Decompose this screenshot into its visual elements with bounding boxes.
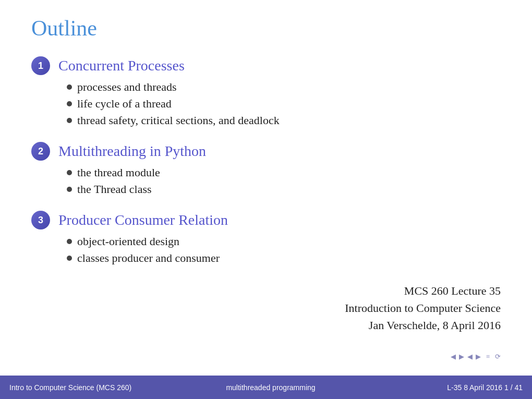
status-right: L-35 8 April 2016 1 / 41	[355, 383, 532, 392]
list-item: processes and threads	[67, 80, 501, 94]
section-2-title: Multithreading in Python	[58, 143, 206, 160]
bullet-dot	[67, 101, 72, 106]
bottom-right-info: MCS 260 Lecture 35 Introduction to Compu…	[345, 282, 501, 334]
section-3-number: 3	[31, 211, 50, 229]
nav-arrow-left2[interactable]: ◀	[467, 353, 473, 361]
section-2-header: 2 Multithreading in Python	[31, 142, 501, 161]
section-1-title: Concurrent Processes	[58, 57, 185, 74]
section-2-bullets: the thread module the Thread class	[31, 166, 501, 196]
slide: Outline 1 Concurrent Processes processes…	[0, 0, 532, 376]
bullet-text: classes producer and consumer	[77, 251, 220, 265]
section-1: 1 Concurrent Processes processes and thr…	[31, 56, 501, 127]
section-3-bullets: object-oriented design classes producer …	[31, 235, 501, 265]
section-3-title: Producer Consumer Relation	[58, 212, 228, 228]
status-center: multithreaded programming	[187, 383, 355, 392]
list-item: the Thread class	[67, 183, 501, 196]
bullet-dot	[67, 170, 72, 175]
section-1-bullets: processes and threads life cycle of a th…	[31, 80, 501, 127]
nav-icons: ◀ ▶ ◀ ▶ ≡ ⟳	[451, 353, 501, 361]
list-item: life cycle of a thread	[67, 97, 501, 111]
bullet-text: the thread module	[77, 166, 160, 179]
nav-separator: ≡	[486, 353, 490, 361]
lecture-info-line2: Introduction to Computer Science	[345, 299, 501, 317]
list-item: classes producer and consumer	[67, 251, 501, 265]
list-item: thread safety, critical sections, and de…	[67, 114, 501, 127]
bullet-dot	[67, 239, 72, 244]
slide-title: Outline	[31, 16, 501, 41]
section-2-number: 2	[31, 142, 50, 161]
bullet-dot	[67, 187, 72, 192]
section-1-header: 1 Concurrent Processes	[31, 56, 501, 75]
list-item: object-oriented design	[67, 235, 501, 248]
section-1-number: 1	[31, 56, 50, 75]
bullet-text: life cycle of a thread	[77, 97, 172, 111]
bullet-text: processes and threads	[77, 80, 177, 94]
section-3: 3 Producer Consumer Relation object-orie…	[31, 211, 501, 265]
bullet-dot	[67, 84, 72, 90]
list-item: the thread module	[67, 166, 501, 179]
bullet-dot	[67, 118, 72, 123]
nav-arrow-right[interactable]: ▶	[459, 353, 464, 361]
nav-arrow-right2[interactable]: ▶	[476, 353, 481, 361]
nav-arrow-left[interactable]: ◀	[451, 353, 456, 361]
bullet-dot	[67, 256, 72, 261]
section-2: 2 Multithreading in Python the thread mo…	[31, 142, 501, 196]
bullet-text: thread safety, critical sections, and de…	[77, 114, 280, 127]
bullet-text: the Thread class	[77, 183, 152, 196]
section-3-header: 3 Producer Consumer Relation	[31, 211, 501, 229]
status-left: Intro to Computer Science (MCS 260)	[0, 383, 187, 392]
bullet-text: object-oriented design	[77, 235, 179, 248]
lecture-info-line1: MCS 260 Lecture 35	[345, 282, 501, 299]
status-bar: Intro to Computer Science (MCS 260) mult…	[0, 376, 532, 399]
lecture-info-line3: Jan Verschelde, 8 April 2016	[345, 317, 501, 334]
nav-zoom[interactable]: ⟳	[495, 353, 501, 361]
